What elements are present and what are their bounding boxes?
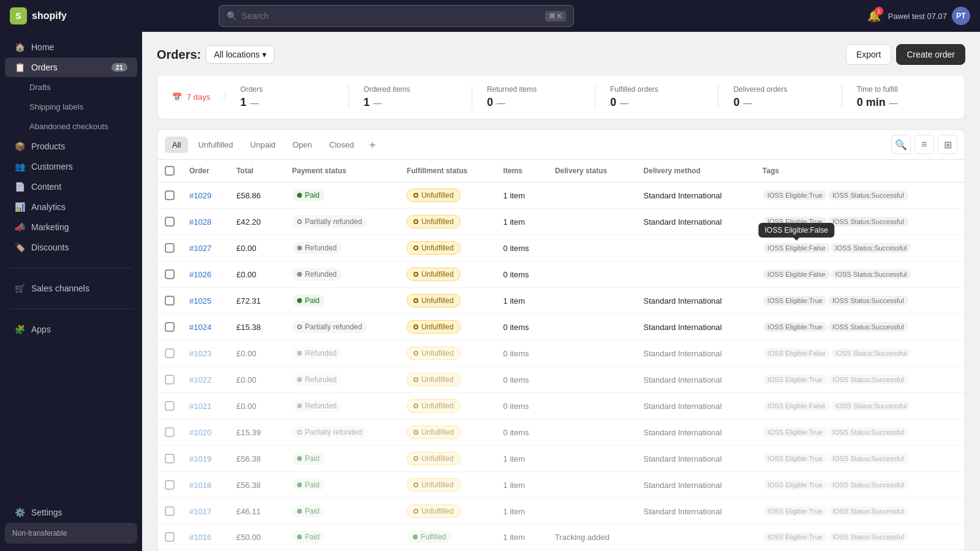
search-input[interactable] — [242, 11, 541, 21]
sidebar-discounts-label: Discounts — [31, 242, 127, 252]
row-checkbox[interactable] — [165, 454, 175, 463]
order-tags: IOSS Eligible:FalseIOSS Status:Successfu… — [755, 340, 965, 367]
table-row[interactable]: #1023£0.00RefundedUnfulfilled0 itemsStan… — [157, 340, 965, 367]
order-link[interactable]: #1022 — [189, 375, 211, 384]
table-row[interactable]: #1029£58.86PaidUnfulfilled1 itemStandard… — [157, 182, 965, 209]
tab-closed[interactable]: Closed — [322, 137, 361, 153]
sidebar-item-sales-channels[interactable]: 🛒 Sales channels — [5, 279, 137, 298]
search-bar[interactable]: 🔍 ⌘ K — [219, 5, 574, 27]
sidebar-item-abandoned[interactable]: Abandoned checkouts — [20, 117, 137, 136]
tab-open[interactable]: Open — [285, 137, 320, 153]
orders-tbody: #1029£58.86PaidUnfulfilled1 itemStandard… — [157, 182, 965, 552]
table-row[interactable]: #1018£56.38PaidUnfulfilled1 itemStandard… — [157, 472, 965, 498]
order-link[interactable]: #1019 — [189, 454, 211, 463]
sidebar-item-content[interactable]: 📄 Content — [5, 177, 137, 197]
sidebar-item-customers[interactable]: 👥 Customers — [5, 157, 137, 176]
tag: IOSS Status:Successful — [831, 243, 911, 253]
shopify-logo-icon: S — [10, 7, 27, 24]
table-row[interactable]: #1024£15.38Partially refundedUnfulfilled… — [157, 314, 965, 340]
tab-all[interactable]: All — [165, 137, 188, 153]
row-checkbox[interactable] — [165, 375, 175, 384]
table-row[interactable]: #1025£72.31PaidUnfulfilled1 itemStandard… — [157, 288, 965, 314]
export-button[interactable]: Export — [846, 44, 891, 65]
order-link[interactable]: #1021 — [189, 402, 211, 411]
delivery-method: Standard International — [636, 393, 755, 419]
sidebar-section-main: 🏠 Home 📋 Orders 21 Drafts Shipping label… — [0, 32, 142, 263]
order-items: 0 items — [496, 261, 548, 288]
order-link[interactable]: #1017 — [189, 507, 211, 516]
table-row[interactable]: #1026£0.00RefundedUnfulfilled0 itemsIOSS… — [157, 261, 965, 288]
tab-unpaid[interactable]: Unpaid — [243, 137, 283, 153]
sidebar-item-discounts[interactable]: 🏷️ Discounts — [5, 238, 137, 257]
table-row[interactable]: #1021£0.00RefundedUnfulfilled0 itemsStan… — [157, 393, 965, 419]
row-checkbox[interactable] — [165, 243, 175, 253]
table-row[interactable]: #1019£56.38PaidUnfulfilled1 itemStandard… — [157, 446, 965, 472]
delivery-status — [548, 393, 636, 419]
order-link[interactable]: #1023 — [189, 349, 211, 358]
delivery-method: Standard International — [636, 288, 755, 314]
sidebar-item-home[interactable]: 🏠 Home — [5, 37, 137, 57]
order-link[interactable]: #1018 — [189, 481, 211, 490]
stats-date[interactable]: 📅 7 days — [157, 92, 225, 102]
row-checkbox[interactable] — [165, 190, 175, 200]
table-row[interactable]: #1022£0.00RefundedUnfulfilled0 itemsStan… — [157, 367, 965, 393]
search-filter-button[interactable]: 🔍 — [891, 135, 911, 154]
sidebar-item-settings[interactable]: ⚙️ Settings — [10, 503, 132, 522]
tag: IOSS Eligible:True — [763, 217, 827, 227]
row-checkbox[interactable] — [165, 322, 175, 332]
sort-filter-button[interactable]: ≡ — [914, 135, 934, 154]
order-link[interactable]: #1029 — [189, 191, 211, 200]
tag: IOSS Eligible:False — [763, 243, 830, 253]
row-checkbox[interactable] — [165, 401, 175, 411]
order-total: £50.00 — [229, 525, 285, 550]
row-checkbox[interactable] — [165, 296, 175, 305]
order-link[interactable]: #1026 — [189, 270, 211, 279]
sidebar-orders-label: Orders — [31, 62, 105, 72]
th-fulfillment-status: Fulfillment status — [399, 160, 496, 182]
tag: IOSS Status:Successful — [828, 480, 908, 490]
sidebar-item-orders[interactable]: 📋 Orders 21 — [5, 58, 137, 77]
tag: IOSS Status:Successful — [828, 506, 908, 516]
notification-button[interactable]: 🔔 1 — [867, 9, 881, 23]
order-link[interactable]: #1020 — [189, 428, 211, 437]
sidebar-item-apps[interactable]: 🧩 Apps — [5, 320, 137, 339]
sidebar-item-shipping[interactable]: Shipping labels — [20, 97, 137, 116]
sidebar-item-products[interactable]: 📦 Products — [5, 137, 137, 156]
sidebar-section-channels: 🛒 Sales channels — [0, 273, 142, 304]
user-menu[interactable]: Pawel test 07.07 PT — [888, 7, 970, 25]
stats-fulfilled-orders-value: 0 — — [610, 96, 703, 109]
table-row[interactable]: #1027£0.00Refunded Unfulfilled 0 items I… — [157, 235, 965, 261]
row-checkbox[interactable] — [165, 269, 175, 279]
sidebar-item-marketing[interactable]: 📣 Marketing — [5, 217, 137, 237]
page-title: Orders: — [157, 48, 201, 62]
row-checkbox[interactable] — [165, 217, 175, 227]
row-checkbox[interactable] — [165, 532, 175, 542]
sidebar-item-drafts[interactable]: Drafts — [20, 78, 137, 97]
delivery-status — [548, 419, 636, 446]
order-link[interactable]: #1016 — [189, 533, 211, 542]
order-link[interactable]: #1027 — [189, 244, 211, 253]
add-filter-button[interactable]: ＋ — [364, 136, 381, 153]
order-link[interactable]: #1028 — [189, 217, 211, 227]
create-order-button[interactable]: Create order — [896, 44, 965, 65]
row-checkbox[interactable] — [165, 480, 175, 490]
non-transferable-banner: Non-transferable — [5, 523, 137, 544]
row-checkbox[interactable] — [165, 427, 175, 437]
sidebar-abandoned-label: Abandoned checkouts — [29, 122, 127, 131]
order-link[interactable]: #1025 — [189, 296, 211, 305]
row-checkbox[interactable] — [165, 506, 175, 516]
table-row[interactable]: #1016£50.00PaidFulfilled1 itemTracking a… — [157, 525, 965, 550]
select-all-checkbox[interactable] — [165, 166, 175, 176]
tab-unfulfilled[interactable]: Unfulfilled — [190, 137, 240, 153]
tag: IOSS Status:Successful — [831, 401, 911, 411]
table-row[interactable]: #1028£42.20Partially refundedUnfulfilled… — [157, 209, 965, 235]
fulfillment-dot — [413, 430, 418, 435]
order-link[interactable]: #1024 — [189, 323, 211, 332]
columns-filter-button[interactable]: ⊞ — [938, 135, 957, 154]
delivery-method: Standard International — [636, 367, 755, 393]
sidebar-item-analytics[interactable]: 📊 Analytics — [5, 197, 137, 217]
table-row[interactable]: #1020£15.39Partially refundedUnfulfilled… — [157, 419, 965, 446]
location-selector[interactable]: All locations ▾ — [206, 45, 274, 64]
table-row[interactable]: #1017£46.11PaidUnfulfilled1 itemStandard… — [157, 498, 965, 525]
row-checkbox[interactable] — [165, 348, 175, 358]
